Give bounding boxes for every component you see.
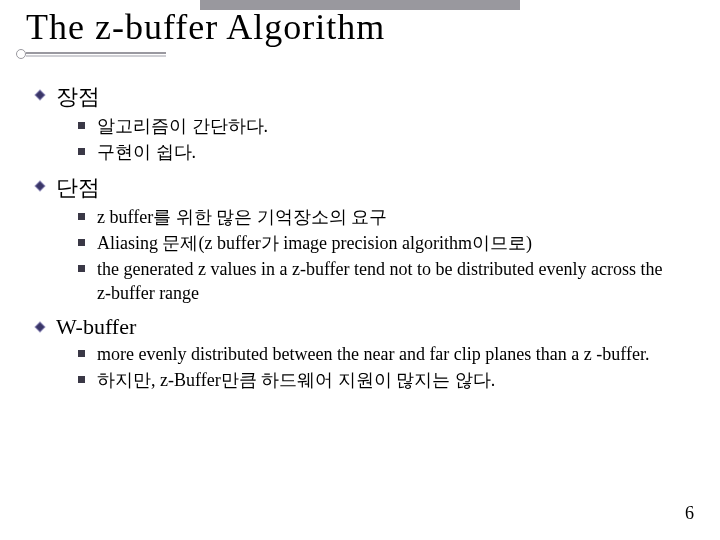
section-disadvantages-items: z buffer를 위한 많은 기억장소의 요구 Aliasing 문제(z b… xyxy=(78,205,694,306)
section-heading: 단점 xyxy=(56,173,100,203)
list-item-text: 구현이 쉽다. xyxy=(97,140,196,164)
section-heading: 장점 xyxy=(56,82,100,112)
section-heading: W-buffer xyxy=(56,314,136,340)
list-item-text: Aliasing 문제(z buffer가 image precision al… xyxy=(97,231,532,255)
square-bullet-icon xyxy=(78,265,85,272)
list-item-text: 알고리즘이 간단하다. xyxy=(97,114,268,138)
section-advantages-items: 알고리즘이 간단하다. 구현이 쉽다. xyxy=(78,114,694,165)
section-advantages: 장점 xyxy=(34,82,694,112)
section-w-buffer-items: more evenly distributed between the near… xyxy=(78,342,694,393)
square-bullet-icon xyxy=(78,213,85,220)
list-item-text: more evenly distributed between the near… xyxy=(97,342,649,366)
square-bullet-icon xyxy=(78,350,85,357)
list-item-text: 하지만, z-Buffer만큼 하드웨어 지원이 많지는 않다. xyxy=(97,368,495,392)
list-item-text: z buffer를 위한 많은 기억장소의 요구 xyxy=(97,205,387,229)
list-item: 알고리즘이 간단하다. xyxy=(78,114,694,138)
list-item: 하지만, z-Buffer만큼 하드웨어 지원이 많지는 않다. xyxy=(78,368,694,392)
svg-rect-2 xyxy=(35,322,45,332)
slide: The z-buffer Algorithm 장점 알고리즘이 간단하다. 구현… xyxy=(0,0,720,540)
square-bullet-icon xyxy=(78,148,85,155)
list-item: Aliasing 문제(z buffer가 image precision al… xyxy=(78,231,694,255)
title-underline xyxy=(26,52,166,54)
section-w-buffer: W-buffer xyxy=(34,314,694,340)
section-disadvantages: 단점 xyxy=(34,173,694,203)
square-bullet-icon xyxy=(78,239,85,246)
square-bullet-icon xyxy=(78,376,85,383)
svg-rect-0 xyxy=(35,90,45,100)
diamond-bullet-icon xyxy=(34,180,46,192)
slide-content: 장점 알고리즘이 간단하다. 구현이 쉽다. 단점 z b xyxy=(26,58,694,392)
square-bullet-icon xyxy=(78,122,85,129)
list-item-text: the generated z values in a z-buffer ten… xyxy=(97,257,677,306)
list-item: the generated z values in a z-buffer ten… xyxy=(78,257,694,306)
page-number: 6 xyxy=(685,503,694,524)
diamond-bullet-icon xyxy=(34,321,46,333)
diamond-bullet-icon xyxy=(34,89,46,101)
svg-rect-1 xyxy=(35,181,45,191)
list-item: more evenly distributed between the near… xyxy=(78,342,694,366)
slide-title: The z-buffer Algorithm xyxy=(26,6,694,48)
list-item: 구현이 쉽다. xyxy=(78,140,694,164)
list-item: z buffer를 위한 많은 기억장소의 요구 xyxy=(78,205,694,229)
